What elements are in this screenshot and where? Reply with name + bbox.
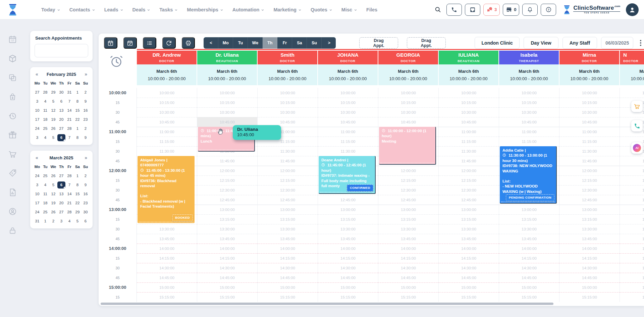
calendar-next-button[interactable]: » — [85, 155, 87, 160]
time-slot[interactable]: 10:00:00 — [197, 88, 257, 98]
time-slot[interactable]: 12:00:00 — [378, 166, 438, 175]
calendar-day[interactable]: 2 — [82, 125, 90, 132]
calendar-day[interactable]: 10 — [33, 191, 41, 198]
time-slot[interactable]: 15:00:00 — [499, 282, 559, 292]
calendar-day[interactable]: 23 — [82, 200, 90, 207]
time-slot[interactable]: 10:00:00 — [559, 88, 620, 98]
notifications-button[interactable] — [522, 4, 538, 16]
calendar-day[interactable]: 8 — [73, 181, 82, 189]
calendar-day[interactable]: 21 — [65, 200, 73, 207]
time-slot[interactable]: 14:00:00 — [620, 244, 644, 253]
calendar-day[interactable]: 27 — [57, 125, 65, 132]
search-appointments-input[interactable] — [35, 44, 88, 57]
time-slot[interactable]: 15:00:00 — [318, 282, 378, 292]
calendar-day[interactable]: 19 — [49, 200, 57, 207]
time-slot[interactable]: 10:15:00 — [499, 98, 559, 107]
time-slot[interactable]: 10:30:00 — [378, 107, 438, 117]
calendar-day[interactable]: 3 — [57, 218, 65, 225]
calendar-day[interactable]: 12 — [49, 191, 57, 198]
refresh-button[interactable] — [162, 37, 176, 49]
list-view-button[interactable] — [143, 37, 156, 49]
weekday-fr-button[interactable]: Fr — [277, 37, 292, 49]
time-slot[interactable]: 12:15:00 — [559, 175, 620, 185]
staff-header-isabela[interactable]: IsabelaTHERAPIST — [499, 51, 559, 64]
time-slot[interactable]: 14:15:00 — [197, 253, 257, 263]
time-slot[interactable]: 11:45:00 — [197, 156, 257, 166]
time-slot[interactable]: 11:00:00 — [318, 127, 378, 137]
time-slot[interactable]: 13:15:00 — [378, 214, 438, 224]
time-slot[interactable]: 13:15:00 — [559, 214, 620, 224]
appointment-block[interactable]: 11:00:00 - 12:00:00 (1 hour)Meeting — [379, 127, 436, 165]
calendar-day[interactable]: 1 — [41, 218, 49, 225]
calendar-day[interactable]: 5 — [49, 181, 57, 189]
time-slot[interactable]: 10:45:00 — [559, 117, 620, 127]
staff-header-dr-andrew[interactable]: DR. AndrewDOCTOR — [137, 51, 197, 64]
drag-appointment-button-2[interactable]: Drag Appt. — [407, 37, 446, 49]
time-slot[interactable]: 10:30:00 — [137, 107, 197, 117]
view-selector[interactable]: Day View — [524, 37, 558, 49]
time-slot[interactable]: 10:30:00 — [499, 107, 559, 117]
time-slot[interactable]: 11:30:00 — [258, 146, 318, 156]
time-slot[interactable]: 14:30:00 — [258, 263, 318, 273]
appointment-block[interactable]: Deane Andrei | 11:45:00 - 12:45:00 (1 ho… — [319, 156, 376, 194]
staff-header-georgia[interactable]: GEORGIADOCTOR — [378, 51, 438, 64]
calendar-day[interactable]: 6 — [57, 98, 65, 105]
calendar-day[interactable]: 1 — [73, 172, 82, 179]
time-slot[interactable]: 13:45:00 — [439, 234, 499, 244]
calendar-day[interactable]: 30 — [82, 209, 90, 216]
calendar-day[interactable]: 22 — [73, 116, 82, 123]
time-slot[interactable]: 11:45:00 — [620, 156, 644, 166]
time-slot[interactable]: 10:00:00 — [137, 88, 197, 98]
time-slot[interactable]: 14:15:00 — [439, 253, 499, 263]
drag-appointment-button-1[interactable]: Drag Appt. — [359, 37, 398, 49]
sidebar-calendar-icon[interactable]: 12 — [8, 35, 17, 44]
time-slot[interactable]: 14:45:00 — [258, 273, 318, 282]
time-slot[interactable]: 15:15:00 — [439, 292, 499, 302]
time-slot[interactable]: 10:15:00 — [137, 98, 197, 107]
calendar-day[interactable]: 28 — [65, 125, 73, 132]
calendar-day[interactable]: 29 — [49, 89, 57, 96]
time-slot[interactable]: 10:00:00 — [318, 88, 378, 98]
calendar-day[interactable]: 26 — [49, 209, 57, 216]
time-slot[interactable]: 15:00:00 — [197, 282, 257, 292]
time-slot[interactable]: 13:30:00 — [258, 224, 318, 234]
time-slot[interactable]: 13:00:00 — [499, 205, 559, 214]
time-slot[interactable]: 13:45:00 — [620, 234, 644, 244]
time-slot[interactable]: 12:45:00 — [378, 195, 438, 205]
time-slot[interactable]: 13:30:00 — [137, 224, 197, 234]
time-slot[interactable]: 10:00:00 — [499, 88, 559, 98]
time-slot[interactable]: 14:00:00 — [137, 244, 197, 253]
time-slot[interactable]: 11:15:00 — [499, 137, 559, 146]
time-slot[interactable]: 14:30:00 — [197, 263, 257, 273]
time-slot[interactable]: 10:00:00 — [439, 88, 499, 98]
calendar-day[interactable]: 15 — [73, 107, 82, 114]
calendar-day[interactable]: 5 — [49, 98, 57, 105]
time-slot[interactable]: 14:00:00 — [499, 244, 559, 253]
time-slot[interactable]: 14:15:00 — [499, 253, 559, 263]
calendar-day[interactable]: 14 — [65, 107, 73, 114]
time-slot[interactable]: 11:30:00 — [137, 146, 197, 156]
calendar-next-button[interactable]: » — [85, 71, 87, 77]
calendar-day[interactable]: 21 — [65, 116, 73, 123]
time-slot[interactable]: 14:45:00 — [137, 273, 197, 282]
calendar-day[interactable]: 18 — [41, 116, 49, 123]
time-slot[interactable]: 10:15:00 — [197, 98, 257, 107]
appointment-block[interactable]: Abigail Jones | 07490009777 11:45:00 - 1… — [138, 156, 195, 223]
time-slot[interactable]: 13:30:00 — [318, 224, 378, 234]
time-slot[interactable]: 12:15:00 — [258, 175, 318, 185]
time-slot[interactable]: 13:45:00 — [197, 234, 257, 244]
calendar-day[interactable]: 24 — [33, 172, 41, 179]
time-slot[interactable]: 14:00:00 — [197, 244, 257, 253]
staff-header-johana[interactable]: JOHANADOCTOR — [318, 51, 378, 64]
time-slot[interactable]: 12:45:00 — [620, 195, 644, 205]
calendar-day[interactable]: 6 — [82, 218, 90, 225]
time-slot[interactable]: 14:45:00 — [620, 273, 644, 282]
calendar-day[interactable]: 19 — [49, 116, 57, 123]
time-slot[interactable]: 15:15:00 — [137, 292, 197, 302]
time-slot[interactable]: 11:45:00 — [258, 156, 318, 166]
time-slot[interactable]: 14:15:00 — [378, 253, 438, 263]
calendar-day[interactable]: 13 — [57, 191, 65, 198]
time-slot[interactable]: 13:00:00 — [258, 205, 318, 214]
time-slot[interactable]: 11:45:00 — [439, 156, 499, 166]
time-slot[interactable]: 13:45:00 — [559, 234, 620, 244]
